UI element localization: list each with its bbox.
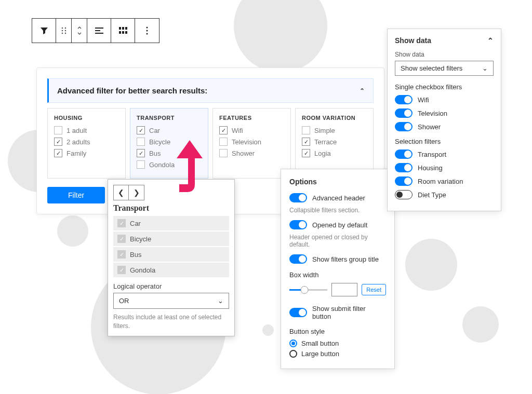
transport-item-label: Bicycle [130,235,151,243]
funnel-icon [40,26,48,35]
toggle-show-group-title[interactable] [289,254,307,264]
show-data-header[interactable]: Show data ⌃ [395,36,494,45]
bg-circle [262,324,274,336]
filter-button[interactable]: Filter [47,187,105,203]
filter-group: HOUSING1 adult2 adultsFamily [47,108,126,179]
checkbox-icon [117,266,126,274]
filter-group: FEATURESWifiTelevisionShower [212,108,291,179]
label-box-width: Box width [289,271,386,279]
checkbox-label: 1 adult [66,127,87,134]
filter-checkbox-row[interactable]: Television [219,138,284,146]
filter-checkbox-row[interactable]: 1 adult [54,126,119,134]
funnel-button[interactable] [32,19,56,43]
logical-operator-select[interactable]: OR ⌄ [113,293,229,309]
move-updown[interactable] [72,19,87,43]
filter-group-title: TRANSPORT [137,115,202,121]
filter-checkbox-row[interactable]: Wifi [219,126,284,134]
svg-point-4 [61,33,63,34]
logical-operator-label: Logical operator [113,282,229,290]
toggle-television[interactable] [395,108,413,118]
selection-filter-toggle-row: Room variation [395,176,494,186]
chevron-down-icon: ⌄ [218,297,223,305]
checkbox-icon [137,138,145,146]
block-toolbar [32,18,159,43]
drag-icon [61,27,66,34]
toggle-opened-default[interactable] [289,220,307,229]
logical-operator-helper: Results include at least one of selected… [113,313,229,331]
filter-checkbox-row[interactable]: 2 adults [54,138,119,146]
checkbox-icon [219,149,228,157]
svg-rect-11 [125,31,127,34]
svg-rect-9 [119,31,121,34]
filter-checkbox-row[interactable]: Terrace [302,138,367,146]
checkbox-label: Terrace [314,138,337,146]
toggle-wifi[interactable] [395,95,413,104]
filter-group-title: FEATURES [219,115,284,121]
box-width-slider[interactable] [289,289,327,291]
selection-filter-toggle-row: Housing [395,163,494,172]
radio-large-button[interactable]: Large button [289,350,386,358]
transport-item-label: Gondola [130,266,155,274]
filter-checkbox-row[interactable]: Logia [302,149,367,157]
kebab-icon [146,26,148,35]
toggle-show-submit[interactable] [289,308,307,317]
checkbox-icon [54,149,62,157]
filter-checkbox-row[interactable]: Simple [302,126,367,134]
options-title: Options [289,178,386,186]
checkbox-icon [219,126,228,134]
toggle-label: Television [418,110,447,117]
bg-circle [462,306,499,343]
filter-checkbox-row[interactable]: Car [137,126,202,134]
checkbox-label: Television [232,138,261,146]
show-data-title: Show data [395,36,431,45]
toggle-housing[interactable] [395,163,413,172]
radio-label: Large button [301,350,339,358]
label-show-submit: Show submit filter button [312,305,386,320]
toggle-room-variation[interactable] [395,176,413,186]
checkbox-label: Wifi [232,127,243,134]
toggle-label: Wifi [418,96,429,104]
chevron-up-icon: ⌃ [360,87,365,94]
box-width-reset[interactable]: Reset [362,284,386,295]
prev-arrow[interactable]: ❮ [113,185,129,200]
transport-item-row[interactable]: Bicycle [113,232,229,246]
single-checkbox-toggle-row: Wifi [395,95,494,104]
checkbox-icon [219,138,228,146]
transport-item-row[interactable]: Bus [113,247,229,262]
radio-small-button[interactable]: Small button [289,339,386,347]
toggle-transport[interactable] [395,150,413,159]
checkbox-label: Shower [232,150,255,157]
single-checkbox-toggle-row: Shower [395,122,494,131]
show-data-select[interactable]: Show selected filters ⌄ [395,61,494,76]
show-data-sublabel: Show data [395,51,494,58]
svg-point-0 [61,28,63,29]
helper-advanced-header: Collapsible filters section. [289,207,386,214]
align-button[interactable] [87,19,111,43]
checkbox-icon [117,250,126,259]
svg-rect-6 [119,27,121,30]
checkbox-icon [137,126,145,134]
filter-checkbox-row[interactable]: Family [54,149,119,157]
toggle-diet-type[interactable] [395,190,413,199]
toggle-shower[interactable] [395,122,413,131]
toggle-advanced-header[interactable] [289,193,307,202]
checkbox-label: Car [149,127,160,134]
grid-button[interactable] [111,19,135,43]
checkbox-icon [117,219,126,227]
show-data-panel: Show data ⌃ Show data Show selected filt… [387,29,501,211]
drag-handle[interactable] [56,19,72,43]
transport-item-row[interactable]: Car [113,216,229,230]
filter-header[interactable]: Advanced filter for better search result… [47,78,374,103]
selection-filter-toggle-row: Transport [395,150,494,159]
box-width-input[interactable] [331,283,357,296]
more-button[interactable] [135,19,159,43]
transport-item-row[interactable]: Gondola [113,263,229,277]
filter-group-title: HOUSING [54,115,119,121]
label-button-style: Button style [289,328,386,335]
filter-checkbox-row[interactable]: Shower [219,149,284,157]
next-arrow[interactable]: ❯ [129,185,144,200]
svg-point-14 [147,33,148,35]
checkbox-icon [137,160,145,169]
radio-label: Small button [301,339,339,347]
filter-header-title: Advanced filter for better search result… [57,86,207,95]
